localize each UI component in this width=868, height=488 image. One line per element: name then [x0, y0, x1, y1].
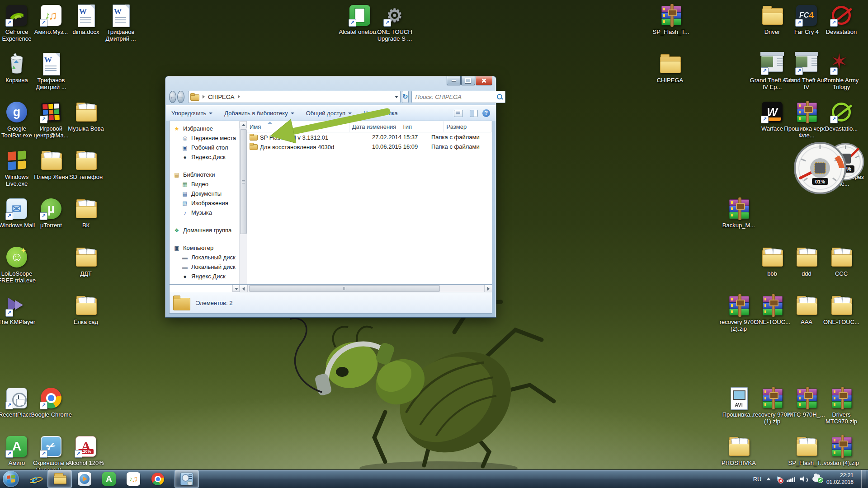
show-desktop-button[interactable] — [861, 470, 866, 488]
nav-group-libraries-folder[interactable]: ▤Библиотеки — [170, 170, 239, 179]
yandex-disk-tray-icon[interactable] — [812, 476, 821, 482]
close-button[interactable] — [476, 76, 492, 85]
desktop-icon[interactable]: ↗Devastation — [819, 4, 864, 35]
file-name: SP Flash Tool v 3.1312.01 — [260, 134, 328, 141]
nav-item-video-film[interactable]: ▦Видео — [170, 179, 239, 189]
folderdocs-icon — [74, 294, 98, 317]
horizontal-scrollbar[interactable] — [240, 285, 492, 292]
maximize-button[interactable] — [461, 76, 475, 85]
start-button[interactable] — [3, 471, 19, 487]
desktop-icon[interactable]: ↗Google Chrome — [28, 386, 74, 418]
desktop-icon[interactable]: ONE-TOUC... — [819, 294, 864, 325]
change-view-button[interactable] — [454, 110, 463, 117]
desktop-icon[interactable]: PROSHIVKA — [716, 435, 761, 466]
desktop-icon[interactable]: Backup_M... — [716, 197, 761, 229]
toolbar-button[interactable]: Новая папка — [363, 110, 398, 117]
preview-pane-button[interactable] — [470, 110, 478, 117]
column-header[interactable]: Имя — [247, 121, 349, 132]
scroll-left-button[interactable] — [240, 285, 248, 292]
shortcut-arrow-icon: ↗ — [75, 450, 82, 458]
back-button[interactable]: ← — [169, 91, 176, 103]
scroll-right-button[interactable] — [484, 285, 492, 292]
desktop-icon[interactable]: WТрифанов Дмитрий ... — [28, 52, 74, 90]
nav-item-yandex-disk-cloud[interactable]: ●Яндекс.Диск — [170, 272, 239, 281]
desktop-icon[interactable]: Drivers MTC970.zip — [819, 386, 864, 425]
clock[interactable]: 22:21 01.02.2016 — [826, 472, 856, 486]
toolbar-button[interactable]: Добавить в библиотеку — [224, 110, 294, 117]
nav-group-computer-monitor[interactable]: ▣Компьютер — [170, 243, 239, 253]
doc-icon: W — [39, 52, 63, 75]
nav-item-recent-places[interactable]: ◎Недавние места — [170, 133, 239, 143]
minimize-button[interactable] — [447, 76, 461, 85]
desktop-icon[interactable]: Музыка Вова — [63, 100, 108, 132]
search-input[interactable] — [415, 93, 497, 101]
scroll-down-button[interactable] — [232, 285, 240, 292]
taskbar-app-internet-explorer[interactable]: e — [23, 470, 47, 488]
toolbar-button[interactable]: Общий доступ — [306, 110, 352, 117]
nav-group-star[interactable]: ★Избранное — [170, 124, 239, 133]
network-signal-icon[interactable] — [787, 476, 795, 482]
desktop-icon[interactable]: SP_Flash_T... — [648, 4, 693, 35]
trash-icon — [5, 52, 28, 75]
desktop-icon[interactable]: CCC — [819, 245, 864, 277]
taskbar-app-windows-media-player[interactable] — [73, 470, 96, 488]
desktop-icon[interactable]: ВК — [63, 197, 108, 229]
desktop-icon[interactable]: ↗Devastatio... — [819, 100, 864, 132]
column-header[interactable]: Дата изменения — [349, 121, 400, 132]
scrollbar-thumb[interactable] — [240, 129, 247, 234]
folderdocs-icon — [74, 197, 98, 221]
desktop-icon[interactable]: CHIPEGA — [647, 52, 693, 84]
desktop-icon[interactable]: ↗The KMPlayer — [0, 294, 39, 325]
desktop-icon[interactable]: vostan (4).zip — [819, 435, 864, 466]
column-header[interactable]: Размер — [444, 121, 492, 132]
taskbar-app-amigo-browser[interactable]: A — [97, 470, 121, 488]
language-indicator[interactable]: RU — [753, 476, 762, 483]
desktop-icon[interactable]: ДДТ — [63, 245, 108, 277]
address-bar[interactable]: CHIPEGA — [188, 91, 401, 103]
search-box[interactable] — [411, 91, 505, 103]
toolbar-button[interactable]: Упорядочить — [171, 110, 212, 117]
action-center-flag-icon[interactable]: ⚑ — [776, 475, 782, 483]
nav-item-documents-page[interactable]: ▤Документы — [170, 189, 239, 198]
desktop-icon[interactable]: ☺✦LoiLoScope FREE trial.exe — [0, 245, 39, 284]
desktop-icon[interactable]: WТрифанов Дмитрий ... — [98, 4, 143, 42]
nav-item-system-disk[interactable]: ▬Локальный диск — [170, 253, 239, 262]
help-button[interactable]: ? — [482, 109, 490, 117]
desktop-icon[interactable]: ⚙↗ONE TOUCH Upgrade S ... — [372, 4, 417, 42]
nav-label: Домашняя группа — [183, 227, 231, 234]
desktop-icon[interactable]: ✶↗Zombie Army Trilogy — [819, 52, 864, 90]
nav-item-yandex-disk-cloud[interactable]: ●Яндекс.Диск — [170, 152, 239, 162]
dropdown-arrow-icon — [348, 113, 352, 114]
nav-item-desktop-monitor[interactable]: ▣Рабочий стол — [170, 143, 239, 152]
volume-icon[interactable] — [800, 476, 807, 482]
taskbar-app-screenshot-tool[interactable] — [175, 470, 199, 488]
taskbar-app-windows-explorer[interactable] — [47, 470, 72, 488]
refresh-button[interactable]: ↻ — [402, 91, 409, 103]
cpu-meter-gadget[interactable]: 48% 01% — [792, 136, 868, 199]
nav-item-music-note[interactable]: ♪Музыка — [170, 208, 239, 217]
breadcrumb[interactable]: CHIPEGA — [208, 94, 235, 100]
address-dropdown-icon[interactable] — [395, 96, 398, 98]
desktop-icon[interactable]: SD телефон — [63, 149, 108, 180]
taskbar-app-google-chrome[interactable] — [146, 470, 170, 488]
nav-item-pictures-image[interactable]: ▧Изображения — [170, 198, 239, 208]
file-type: Папка с файлами — [429, 134, 481, 141]
hidden-icons-chevron-icon[interactable] — [766, 478, 771, 480]
nav-group-homegroup[interactable]: ❖Домашняя группа — [170, 225, 239, 235]
nav-vertical-scrollbar[interactable] — [239, 121, 247, 284]
file-row[interactable]: Для восстановления 4030d 10.06.2015 16:0… — [247, 142, 492, 151]
taskbar-app-amigo-music[interactable]: ♪♫ — [122, 470, 145, 488]
scrollbar-thumb[interactable] — [249, 285, 440, 292]
file-row[interactable]: SP Flash Tool v 3.1312.01 27.02.2014 15:… — [247, 132, 492, 142]
desktop-icon[interactable]: Ёлка сад — [63, 294, 108, 325]
scroll-up-button[interactable] — [240, 121, 247, 128]
desktop-icon-label: Ёлка сад — [63, 319, 108, 325]
yascreen-icon: ✂↗ — [39, 435, 63, 458]
nav-item-local-disk[interactable]: ▬Локальный диск — [170, 262, 239, 272]
desktop-icon[interactable]: A120%↗Alcohol 120% — [63, 435, 108, 466]
forward-button[interactable]: → — [177, 91, 184, 103]
breadcrumb-separator-icon — [238, 95, 240, 99]
column-header[interactable]: Тип — [399, 121, 443, 132]
window-titlebar[interactable] — [165, 76, 496, 90]
search-icon[interactable] — [497, 94, 502, 99]
